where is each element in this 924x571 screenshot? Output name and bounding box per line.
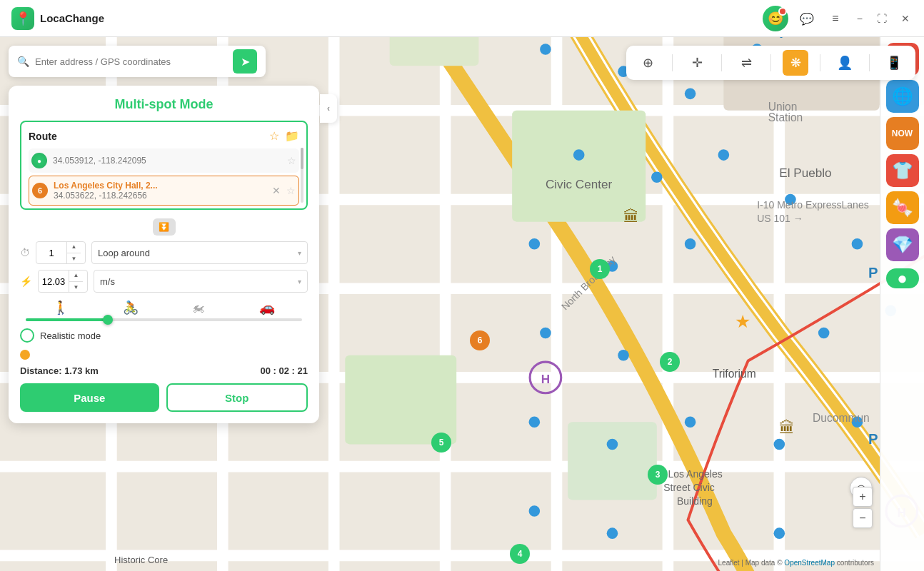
route-item-star-2[interactable]: ☆ xyxy=(286,185,296,196)
pause-button[interactable]: Pause xyxy=(20,383,159,412)
loop-decrement[interactable]: ▼ xyxy=(67,253,81,265)
svg-text:US 101 →: US 101 → xyxy=(757,213,803,224)
route-header: Route ☆ 📁 xyxy=(29,129,299,143)
speed-input[interactable]: ▲ ▼ xyxy=(38,270,88,293)
chat-icon[interactable]: 💬 xyxy=(797,9,817,29)
collapse-button[interactable]: ⏬ xyxy=(153,218,176,236)
route-coords-start: 34.053912, -118.242095 xyxy=(53,156,281,166)
speed-decrement[interactable]: ▼ xyxy=(69,282,83,293)
toolbar-divider-5 xyxy=(869,54,870,71)
route-scrollbar xyxy=(301,148,303,203)
close-button[interactable]: ✕ xyxy=(898,10,913,27)
svg-point-48 xyxy=(774,527,785,539)
route-label: Route xyxy=(29,131,57,142)
toolbar-divider-4 xyxy=(820,54,820,71)
svg-text:Civic Center: Civic Center xyxy=(546,177,613,191)
transport-row: 🚶 🚴 🏍 🚗 xyxy=(20,300,308,315)
route-folder-icon[interactable]: 📁 xyxy=(285,129,299,143)
person-tool[interactable]: 👤 xyxy=(832,50,858,76)
route-item-delete[interactable]: ✕ xyxy=(272,185,281,196)
globe-app[interactable]: 🌐 xyxy=(886,80,919,113)
multi-spot-tool[interactable]: ❋ xyxy=(783,50,808,76)
svg-point-44 xyxy=(774,439,785,450)
logo-area: 📍 LocaChange xyxy=(11,7,104,30)
realistic-mode-row: Realistic mode xyxy=(20,328,308,343)
map-area[interactable]: Civic Center El Pueblo Union Station Tri… xyxy=(0,37,924,571)
svg-point-42 xyxy=(607,439,618,450)
panel-collapse-arrow[interactable]: ‹ xyxy=(320,94,337,123)
move-tool[interactable]: ✛ xyxy=(684,50,710,76)
attribution-text: Leaflet | Map data © OpenStreetMap contr… xyxy=(718,559,874,567)
svg-text:Union: Union xyxy=(768,101,798,113)
menu-icon[interactable]: ≡ xyxy=(825,9,845,29)
svg-point-35 xyxy=(685,238,696,250)
svg-point-29 xyxy=(573,149,585,161)
loop-increment[interactable]: ▲ xyxy=(67,241,81,253)
search-icon: 🔍 xyxy=(17,56,29,67)
avatar-button[interactable]: 😊 xyxy=(763,6,788,31)
candy-app[interactable]: 🍬 xyxy=(886,191,919,224)
speed-controls-row: ⚡ ▲ ▼ m/s ▾ xyxy=(20,270,308,293)
stop-button[interactable]: Stop xyxy=(166,383,308,412)
svg-text:Ducommun: Ducommun xyxy=(813,412,870,424)
zoom-out-button[interactable]: − xyxy=(853,508,873,528)
go-button[interactable]: ➤ xyxy=(233,49,257,74)
svg-point-47 xyxy=(607,527,618,539)
svg-text:P: P xyxy=(779,37,789,41)
route-tool[interactable]: ⇌ xyxy=(733,50,759,76)
moto-icon[interactable]: 🏍 xyxy=(192,300,205,315)
walk-icon[interactable]: 🚶 xyxy=(53,300,69,315)
loop-mode-select[interactable]: Loop around ▾ xyxy=(91,241,308,264)
left-panel: Multi-spot Mode Route ☆ 📁 ● 34.053912, -… xyxy=(9,86,319,423)
map-marker-3: 3 xyxy=(648,465,668,485)
car-icon[interactable]: 🚗 xyxy=(259,300,275,315)
map-attribution: Leaflet | Map data © OpenStreetMap contr… xyxy=(718,559,874,567)
route-item-waypoint: 6 Los Angeles City Hall, 2... 34.053622,… xyxy=(29,176,299,206)
map-marker-6: 6 xyxy=(470,330,490,350)
loop-count-input[interactable]: ▲ ▼ xyxy=(36,241,86,264)
route-star-icon[interactable]: ☆ xyxy=(269,129,279,143)
speed-field[interactable] xyxy=(39,276,69,287)
route-dot-start: ● xyxy=(31,153,47,168)
svg-text:Street Civic: Street Civic xyxy=(663,482,715,493)
speed-increment[interactable]: ▲ xyxy=(69,270,83,282)
toolbar-divider-2 xyxy=(721,54,722,71)
svg-rect-21 xyxy=(568,422,657,500)
route-scrollbar-thumb xyxy=(301,148,303,169)
toolbar-divider-1 xyxy=(672,54,673,71)
maximize-button[interactable]: ⛶ xyxy=(874,10,890,27)
loop-mode-chevron: ▾ xyxy=(298,249,301,257)
speed-slider-container xyxy=(20,318,308,321)
toggle-green-app[interactable]: ● xyxy=(886,268,919,288)
route-header-icons: ☆ 📁 xyxy=(269,129,299,143)
svg-text:Building: Building xyxy=(677,495,713,507)
search-input[interactable] xyxy=(35,56,227,67)
svg-point-24 xyxy=(540,44,551,55)
svg-text:Triforium: Triforium xyxy=(713,368,756,380)
speed-slider-thumb[interactable] xyxy=(103,315,113,325)
minimize-button[interactable]: − xyxy=(854,10,865,27)
route-coords-2: 34.053622, -118.242656 xyxy=(54,191,266,201)
crosshair-tool[interactable]: ⊕ xyxy=(635,50,661,76)
map-marker-2: 2 xyxy=(660,352,680,372)
action-buttons: Pause Stop xyxy=(20,383,308,412)
svg-point-36 xyxy=(852,238,863,250)
svg-text:🏛: 🏛 xyxy=(623,208,639,226)
shirt-app[interactable]: 👕 xyxy=(886,154,919,187)
panel-title: Multi-spot Mode xyxy=(20,97,308,112)
speed-unit-select[interactable]: m/s ▾ xyxy=(94,270,308,293)
device-tool[interactable]: 📱 xyxy=(881,50,907,76)
realistic-mode-toggle[interactable] xyxy=(20,328,34,343)
svg-point-30 xyxy=(651,171,663,183)
game-app[interactable]: NOW xyxy=(886,117,919,150)
svg-point-31 xyxy=(718,149,730,161)
search-bar: 🔍 ➤ xyxy=(9,46,266,77)
loop-count-field[interactable] xyxy=(36,248,66,258)
route-item-star-1[interactable]: ☆ xyxy=(287,155,296,166)
zoom-in-button[interactable]: + xyxy=(853,487,873,507)
svg-point-43 xyxy=(685,416,696,428)
svg-point-37 xyxy=(540,328,551,339)
gem-app[interactable]: 💎 xyxy=(886,228,919,261)
speed-slider-track[interactable] xyxy=(26,318,302,321)
bike-icon[interactable]: 🚴 xyxy=(123,300,139,315)
